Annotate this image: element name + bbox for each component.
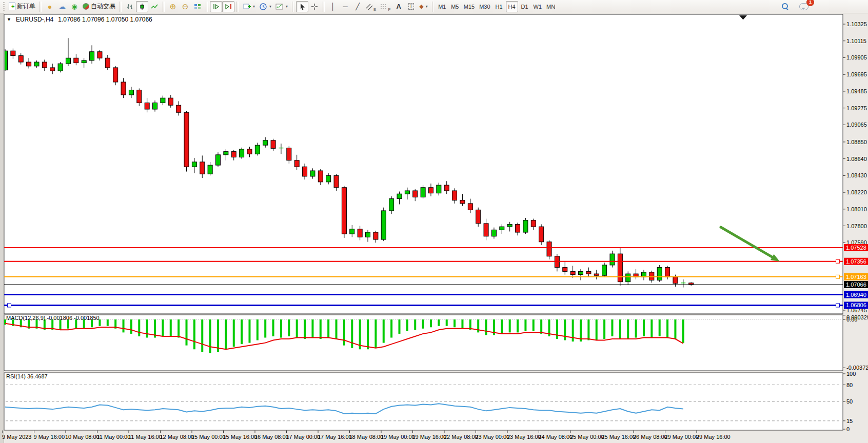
clock-icon: [259, 3, 267, 11]
mt4-window: + 新订单 ● ☁ ◉ 自动交易 ⊕: [0, 0, 868, 443]
chart-ohlc-quote: 1.07086 1.07096 1.07050 1.07066: [58, 16, 152, 23]
crosshair-button[interactable]: [308, 1, 321, 12]
zoom-out-icon: ⊖: [182, 3, 189, 10]
bear-candle-body: [594, 274, 599, 275]
timeframe-h1-button[interactable]: H1: [493, 1, 505, 12]
timeframe-m5-button[interactable]: M5: [449, 1, 461, 12]
bear-candle-body: [74, 58, 78, 63]
line-chart-button[interactable]: [148, 1, 161, 12]
price-tick-label: 1.09275: [846, 105, 867, 111]
separator: [163, 2, 165, 12]
cursor-button[interactable]: [296, 1, 308, 12]
dropdown-arrow-icon: ▾: [286, 4, 288, 9]
timeframe-m1-button[interactable]: M1: [436, 1, 448, 12]
timeframe-label: H4: [508, 4, 516, 10]
hline-handle[interactable]: [836, 275, 840, 278]
bear-candle-body: [476, 210, 481, 223]
label-tool-button[interactable]: T: [405, 1, 417, 12]
time-tick-label: 17 May 00:00: [286, 434, 321, 440]
chart-shift-button[interactable]: [222, 1, 234, 12]
vertical-line-tool-button[interactable]: │: [327, 1, 339, 12]
hline-handle[interactable]: [836, 259, 840, 263]
toolbar: + 新订单 ● ☁ ◉ 自动交易 ⊕: [0, 0, 868, 13]
fibonacci-tool-button[interactable]: F: [378, 1, 392, 12]
channel-tool-button[interactable]: E: [364, 1, 378, 12]
time-tick-label: 23 May 00:00: [476, 434, 510, 440]
notifications-button[interactable]: 1: [797, 1, 811, 12]
bear-candle-body: [121, 82, 126, 95]
profile-button[interactable]: ☁: [56, 1, 68, 12]
time-tick-label: 10 May 08:00: [65, 434, 100, 440]
hline-handle[interactable]: [836, 304, 840, 307]
timeframe-mn-button[interactable]: MN: [544, 1, 557, 12]
bull-candle-body: [129, 90, 133, 95]
timeframe-m30-button[interactable]: M30: [477, 1, 492, 12]
timeframe-label: M30: [479, 4, 490, 10]
text-tool-button[interactable]: A: [392, 1, 405, 12]
trendline-tool-button[interactable]: ╱: [351, 1, 364, 12]
zoom-out-button[interactable]: ⊖: [179, 1, 191, 12]
market-icon: ●: [48, 3, 52, 10]
hline-handle[interactable]: [8, 304, 11, 307]
bear-candle-body: [184, 112, 189, 167]
main-chart-panel[interactable]: [4, 14, 843, 314]
price-tick-label: 1.07800: [846, 223, 867, 229]
price-tick-label: 1.10115: [846, 38, 866, 44]
channel-icon: [366, 3, 373, 10]
bull-candle-body: [58, 64, 63, 71]
search-icon: [782, 3, 788, 10]
new-chart-button[interactable]: ▾: [241, 1, 257, 12]
new-order-button[interactable]: + 新订单: [7, 1, 37, 12]
bear-candle-body: [547, 242, 551, 256]
tile-windows-button[interactable]: [191, 1, 204, 12]
timeframe-label: M1: [438, 4, 446, 10]
bar-chart-button[interactable]: [124, 1, 136, 12]
macd-indicator-label: MACD(12,26,9) -0.001806 -0.001850: [6, 315, 100, 321]
bear-candle-body: [516, 224, 520, 232]
bear-candle-body: [618, 254, 622, 282]
separator: [120, 2, 122, 12]
periods-button[interactable]: ▾: [257, 1, 273, 12]
horizontal-line-tool-button[interactable]: ─: [339, 1, 351, 12]
price-tick-label: 1.09905: [846, 54, 867, 61]
bear-candle-body: [570, 271, 575, 274]
shapes-tool-button[interactable]: ◆ ▾: [417, 1, 429, 12]
time-axis[interactable]: 9 May 20239 May 16:0010 May 08:0011 May …: [2, 431, 731, 440]
chart-menu-icon[interactable]: ▼: [7, 17, 11, 22]
bull-candle-body: [350, 229, 354, 234]
rsi-level-label: 100: [846, 371, 856, 377]
zoom-in-button[interactable]: ⊕: [167, 1, 179, 12]
bear-candle-body: [649, 272, 654, 280]
macd-axis-label: 0.00: [846, 316, 857, 323]
timeframe-m15-button[interactable]: M15: [462, 1, 477, 12]
bear-candle-body: [97, 52, 102, 58]
autotrading-button[interactable]: 自动交易: [81, 1, 117, 12]
bear-candle-body: [137, 90, 142, 103]
profile-cloud-icon: ☁: [58, 3, 66, 10]
signals-button[interactable]: ◉: [68, 1, 81, 12]
price-tick-label: 1.09695: [846, 71, 867, 77]
bull-candle-body: [610, 254, 615, 265]
bull-candle-body: [255, 145, 260, 154]
bear-candle-body: [413, 191, 418, 197]
timeframe-w1-button[interactable]: W1: [531, 1, 544, 12]
timeframe-d1-button[interactable]: D1: [519, 1, 531, 12]
candlestick-chart-button[interactable]: [136, 1, 148, 12]
bull-candle-body: [397, 194, 402, 198]
price-badge-label: 1.07528: [846, 245, 866, 251]
bear-candle-body: [50, 68, 55, 71]
bull-candle-body: [224, 152, 228, 155]
autotrading-globe-icon: [83, 3, 89, 10]
time-tick-label: 15 May 16:00: [223, 434, 258, 440]
horizontal-line-icon: ─: [343, 3, 347, 10]
search-button[interactable]: [779, 1, 791, 12]
tile-windows-icon: [193, 3, 202, 11]
bull-candle-body: [366, 232, 370, 237]
bull-candle-body: [310, 171, 315, 176]
price-chart-canvas[interactable]: 1.103251.101151.099051.096951.094851.092…: [0, 0, 868, 443]
timeframe-h4-button[interactable]: H4: [506, 1, 518, 12]
bear-candle-body: [358, 229, 362, 237]
autoscroll-button[interactable]: [210, 1, 222, 12]
market-button[interactable]: ●: [44, 1, 56, 12]
templates-button[interactable]: ▾: [273, 1, 290, 12]
